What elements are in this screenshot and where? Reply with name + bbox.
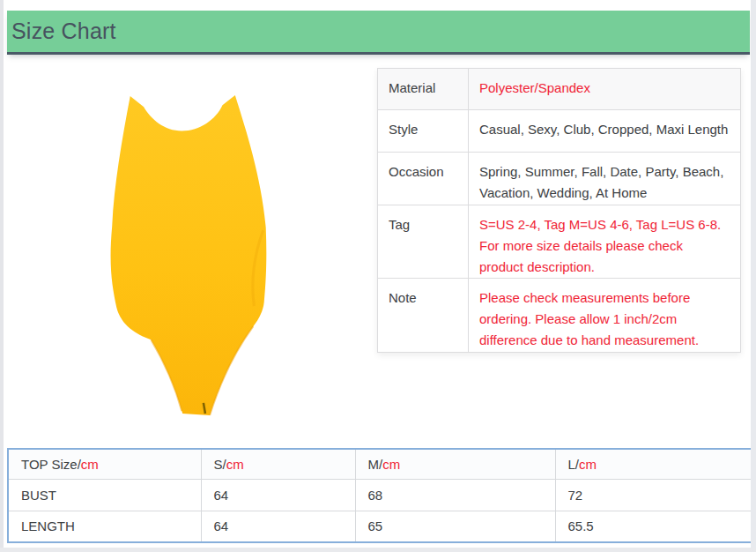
page-edge-bottom (0, 548, 756, 552)
details-row-occasion: Occasion Spring, Summer, Fall, Date, Par… (378, 153, 740, 205)
size-col-header-s: S/cm (201, 449, 355, 479)
product-details-table: Material Polyester/Spandex Style Casual,… (377, 68, 741, 353)
details-label: Style (378, 110, 469, 152)
details-row-material: Material Polyester/Spandex (378, 69, 740, 110)
size-cell: 65.5 (555, 511, 752, 542)
product-image (104, 84, 276, 417)
size-col-header-l: L/cm (555, 449, 752, 479)
details-value: Polyester/Spandex (469, 69, 740, 109)
yellow-bodysuit-graphic (104, 84, 276, 417)
size-cell: 68 (355, 479, 555, 511)
size-table-header-row: TOP Size/cm S/cm M/cm L/cm (8, 449, 752, 479)
details-label: Note (378, 279, 469, 352)
size-cell: 64 (201, 479, 355, 511)
details-value: S=US 2-4, Tag M=US 4-6, Tag L=US 6-8. Fo… (469, 205, 740, 278)
page-edge-left (0, 0, 4, 552)
size-table: TOP Size/cm S/cm M/cm L/cm BUST 64 68 72 (7, 448, 752, 543)
size-cell: 65 (355, 511, 555, 542)
details-row-style: Style Casual, Sexy, Club, Cropped, Maxi … (378, 110, 740, 153)
size-row-length: LENGTH 64 65 65.5 (8, 511, 752, 542)
size-row-bust: BUST 64 68 72 (8, 479, 752, 511)
details-label: Occasion (378, 153, 469, 205)
details-value: Casual, Sexy, Club, Cropped, Maxi Length (469, 110, 740, 152)
details-row-tag: Tag S=US 2-4, Tag M=US 4-6, Tag L=US 6-8… (378, 205, 740, 279)
details-value: Spring, Summer, Fall, Date, Party, Beach… (469, 153, 740, 205)
size-row-label: BUST (8, 479, 201, 511)
size-cell: 72 (555, 479, 752, 511)
size-row-label: LENGTH (8, 511, 201, 542)
page-title: Size Chart (7, 19, 116, 44)
size-col-header-m: M/cm (355, 449, 555, 479)
details-value: Please check measurements before orderin… (469, 279, 740, 352)
size-col-header-top-size: TOP Size/cm (8, 449, 201, 479)
size-cell: 64 (201, 511, 355, 542)
details-label: Tag (378, 205, 469, 278)
details-row-note: Note Please check measurements before or… (378, 279, 740, 352)
details-label: Material (378, 69, 469, 109)
size-chart-page: Size Chart Material Polyester/Sp (0, 0, 756, 552)
page-header: Size Chart (7, 11, 750, 55)
page-edge-right (751, 0, 756, 552)
